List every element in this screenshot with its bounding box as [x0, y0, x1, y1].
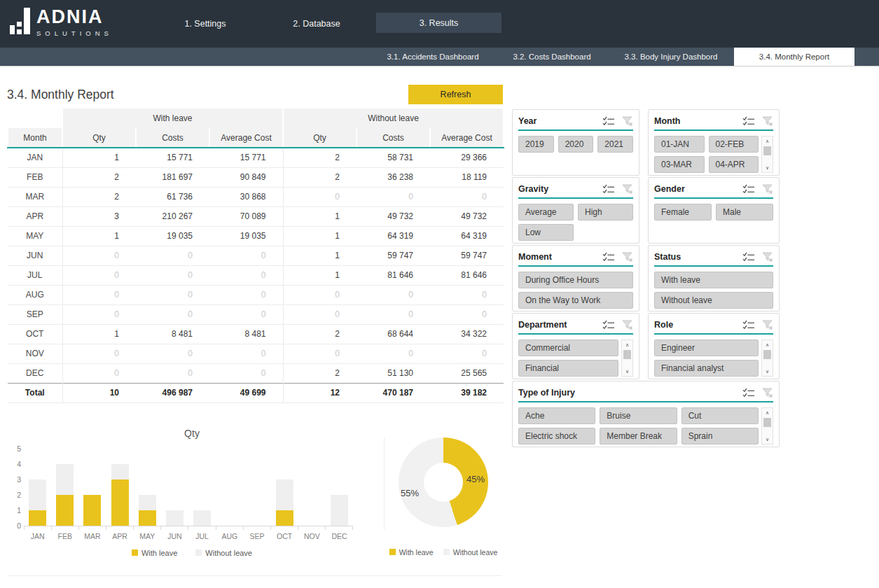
- legend-swatch: [195, 550, 202, 556]
- multi-select-icon[interactable]: [742, 252, 755, 262]
- table-cell: 2: [283, 167, 357, 187]
- table-corner-cell: [8, 108, 62, 128]
- table-column-header-row: Month Qty Costs Average Cost Qty Costs A…: [8, 128, 504, 148]
- clear-filter-icon[interactable]: [762, 184, 773, 194]
- slicer-item-button[interactable]: Financial: [518, 360, 618, 377]
- slicer-scrollbar[interactable]: ∧∨: [761, 340, 773, 377]
- slicer-item-button[interactable]: Female: [654, 204, 712, 220]
- slicer-item-button[interactable]: Average: [518, 204, 574, 220]
- slicer-item-button[interactable]: Sprain: [681, 428, 759, 444]
- slicer-item-button[interactable]: 02-FEB: [709, 136, 759, 153]
- slicer-item-button[interactable]: Member Break: [600, 428, 677, 444]
- scroll-down-arrow[interactable]: ∨: [625, 367, 629, 376]
- bar-segment-without-leave: [29, 479, 46, 510]
- slicer-item-button[interactable]: Male: [716, 204, 773, 220]
- clear-filter-icon[interactable]: [762, 116, 773, 126]
- table-cell: 0: [62, 363, 136, 383]
- bar-stack: [166, 510, 184, 526]
- slicer-scrollbar[interactable]: ∧∨: [761, 136, 773, 173]
- scroll-down-arrow[interactable]: ∨: [766, 163, 769, 172]
- donut-percent-label: 45%: [466, 474, 485, 484]
- clear-filter-icon[interactable]: [762, 252, 773, 262]
- table-cell: 70 089: [209, 206, 283, 226]
- table-row: JUL000181 64681 646: [8, 265, 504, 285]
- multi-select-icon[interactable]: [602, 252, 615, 262]
- multi-select-icon[interactable]: [602, 320, 615, 330]
- subnav-tab-body-injury-dashboard[interactable]: 3.3. Body Injury Dashbord: [608, 48, 734, 66]
- clear-filter-icon[interactable]: [762, 388, 773, 398]
- y-axis-tick-label: 2: [6, 491, 21, 499]
- slicer-scrollbar[interactable]: ∧∨: [621, 340, 633, 377]
- clear-filter-icon[interactable]: [762, 320, 773, 330]
- slicer-item-button[interactable]: Engineer: [654, 340, 759, 356]
- multi-select-icon[interactable]: [742, 388, 755, 398]
- slicer-item-button[interactable]: Electric shock: [518, 428, 595, 444]
- slicer-item-button[interactable]: 04-APR: [709, 156, 759, 173]
- slicer-scrollbar[interactable]: ∧∨: [761, 407, 773, 444]
- table-cell: JAN: [8, 148, 62, 167]
- table-cell: 0: [136, 285, 209, 304]
- slicer-item-button[interactable]: 2020: [558, 136, 594, 153]
- slicer-panel: Year201920202021Month01-JAN02-FEB03-MAR0…: [512, 109, 780, 447]
- clear-filter-icon[interactable]: [622, 184, 633, 194]
- table-cell: 181 697: [136, 167, 209, 187]
- subnav-tab-accidents-dashboard[interactable]: 3.1. Accidents Dashboard: [370, 48, 496, 66]
- slicer-item-button[interactable]: During Office Hours: [518, 272, 633, 288]
- nav-tab-settings[interactable]: 1. Settings: [167, 0, 244, 48]
- multi-select-icon[interactable]: [602, 116, 615, 126]
- slicer-item-button[interactable]: Ache: [518, 407, 595, 424]
- scroll-thumb[interactable]: [763, 350, 771, 359]
- subnav-tab-costs-dashboard[interactable]: 3.2. Costs Dashboard: [496, 48, 608, 66]
- table-cell: 90 849: [209, 167, 283, 187]
- table-cell: 0: [283, 344, 357, 363]
- scroll-up-arrow[interactable]: ∧: [625, 340, 629, 349]
- table-cell: 1: [283, 226, 357, 246]
- slicer-item-button[interactable]: On the Way to Work: [518, 292, 633, 309]
- table-cell: 8 481: [136, 324, 209, 344]
- scroll-down-arrow[interactable]: ∨: [766, 367, 769, 376]
- multi-select-icon[interactable]: [742, 116, 755, 126]
- slicer-item-button[interactable]: High: [578, 204, 633, 220]
- slicer-item-button[interactable]: With leave: [654, 272, 773, 288]
- slicer-item-button[interactable]: Without leave: [654, 292, 773, 309]
- slicer-items: AcheBruiseCutElectric shockMember BreakS…: [518, 407, 759, 444]
- slicer-item-button[interactable]: Bruise: [600, 407, 677, 424]
- slicer-item-button[interactable]: Commercial: [518, 340, 618, 356]
- clear-filter-icon[interactable]: [622, 252, 633, 262]
- clear-filter-icon[interactable]: [622, 116, 633, 126]
- axis-tick: [326, 526, 353, 530]
- scroll-thumb[interactable]: [763, 418, 771, 427]
- slicer-item-button[interactable]: Financial analyst: [654, 360, 759, 377]
- clear-filter-icon[interactable]: [622, 320, 633, 330]
- slicer-item-button[interactable]: Cut: [681, 407, 759, 424]
- scroll-up-arrow[interactable]: ∧: [766, 136, 769, 146]
- bar-stack: [29, 479, 46, 526]
- refresh-button[interactable]: Refresh: [408, 85, 503, 104]
- nav-tab-database[interactable]: 2. Database: [278, 0, 355, 48]
- nav-tab-results-active[interactable]: 3. Results: [376, 13, 501, 33]
- subnav-tab-monthly-report-active[interactable]: 3.4. Monthly Report: [734, 48, 854, 66]
- multi-select-icon[interactable]: [602, 184, 615, 194]
- axis-tick: [24, 526, 52, 530]
- scroll-thumb[interactable]: [623, 350, 631, 359]
- slicer-item-button[interactable]: 2021: [597, 136, 633, 153]
- axis-tick: [106, 526, 134, 530]
- x-axis-category-label: JAN: [24, 532, 51, 540]
- scroll-up-arrow[interactable]: ∧: [766, 340, 769, 349]
- charts-row: Qty 012345 JANFEBMARAPRMAYJUNJULAUGSEPOC…: [7, 419, 503, 559]
- table-row: NOV000000: [8, 344, 504, 363]
- table-group-header-row: With leave Without leave: [8, 108, 504, 128]
- scroll-thumb[interactable]: [763, 146, 771, 155]
- slicer-header: Role: [654, 318, 773, 331]
- slicer-item-button[interactable]: 03-MAR: [654, 156, 705, 173]
- x-axis-category-label: SEP: [243, 532, 270, 540]
- slicer-item-button[interactable]: Low: [518, 224, 574, 241]
- multi-select-icon[interactable]: [742, 320, 755, 330]
- slicer-items: CommercialFinancial: [518, 340, 618, 377]
- status-donut-chart: 45% 55% With leaveWithout leave: [384, 419, 503, 559]
- multi-select-icon[interactable]: [742, 184, 755, 194]
- scroll-up-arrow[interactable]: ∧: [766, 408, 769, 417]
- scroll-down-arrow[interactable]: ∨: [766, 435, 769, 444]
- slicer-item-button[interactable]: 01-JAN: [654, 136, 705, 153]
- slicer-item-button[interactable]: 2019: [518, 136, 554, 153]
